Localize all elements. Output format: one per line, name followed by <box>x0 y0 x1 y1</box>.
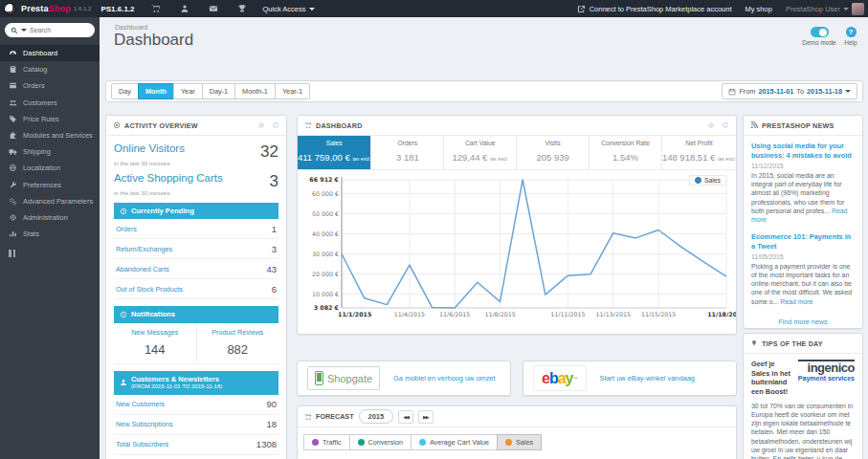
series-dot-icon <box>358 439 365 446</box>
sidebar-collapse-icon[interactable] <box>9 250 100 257</box>
sidebar-item-preferences[interactable]: Preferences <box>0 177 100 193</box>
abandoned-carts-link[interactable]: Abandoned Carts <box>116 265 169 273</box>
refresh-icon[interactable] <box>272 121 279 129</box>
active-carts-link[interactable]: Active Shopping Carts <box>114 172 223 184</box>
new-messages-link[interactable]: New Messages <box>131 328 178 337</box>
my-shop-link[interactable]: My shop <box>746 5 772 13</box>
date-preset-year-1[interactable]: Year-1 <box>275 83 310 99</box>
sidebar-item-label: Dashboard <box>23 49 57 57</box>
pending-returns-link[interactable]: Return/Exchanges <box>116 245 172 253</box>
series-toggle-sales[interactable]: Sales <box>497 434 542 450</box>
prestashop-logo-icon[interactable] <box>4 3 16 15</box>
customers-topbar-icon[interactable] <box>177 3 192 14</box>
kpi-orders[interactable]: Orders3 181 <box>371 136 444 169</box>
sidebar-item-orders[interactable]: Orders <box>0 77 100 94</box>
svg-text:20 000 €: 20 000 € <box>312 271 339 277</box>
date-range-picker[interactable]: From 2015-11-01 To 2015-11-18 <box>722 83 857 99</box>
sidebar-item-stats[interactable]: Stats <box>0 226 100 242</box>
news-article-title-link[interactable]: Ecommerce 101: Payments in a Tweet <box>751 232 855 251</box>
trophy-icon[interactable] <box>234 3 250 14</box>
date-preset-day[interactable]: Day <box>111 83 139 99</box>
bar-chart-icon <box>9 230 17 238</box>
user-menu[interactable]: PrestaShop User <box>786 3 864 15</box>
range-from-label: From <box>739 87 755 96</box>
date-preset-day-1[interactable]: Day-1 <box>202 83 235 99</box>
series-toggle-traffic[interactable]: Traffic <box>303 434 350 450</box>
ebay-link[interactable]: Start uw eBay-winkel vandaag <box>600 374 695 382</box>
sidebar-item-shipping[interactable]: Shipping <box>0 143 100 160</box>
sidebar-item-label: Orders <box>23 81 45 90</box>
svg-text:11/4/2015: 11/4/2015 <box>394 311 425 317</box>
ebay-letter: b <box>549 370 558 387</box>
kpi-sales[interactable]: Sales411 759,00 € tax excl. <box>298 136 371 169</box>
shopgate-logo[interactable]: Shopgate <box>307 366 380 390</box>
forecast-panel: FORECAST 2015 ◀◀ ▶▶ Traffic Conversion A… <box>297 405 737 459</box>
kpi-visits[interactable]: Visits205 939 <box>517 136 590 169</box>
news-article-title-link[interactable]: Using social media for your business: 4 … <box>751 142 855 160</box>
kpi-conversion-rate[interactable]: Conversion Rate1.54% <box>590 136 662 169</box>
price-tag-icon <box>9 115 17 123</box>
find-more-news-link[interactable]: Find more news <box>751 317 855 326</box>
kpi-net-profit[interactable]: Net Profit148 918,51 € tax excl. <box>662 136 736 169</box>
series-toggle-average-cart-value[interactable]: Average Cart Value <box>411 434 498 450</box>
cogs-icon <box>9 197 17 206</box>
news-panel-title: PRESTASHOP NEWS <box>762 121 834 130</box>
sidebar-item-administration[interactable]: Administration <box>0 209 100 226</box>
shopgate-link[interactable]: Ga mobiel en verhoog uw omzet <box>393 374 495 382</box>
online-visitors-link[interactable]: Online Visitors <box>114 142 185 154</box>
search-icon <box>11 27 18 34</box>
legend-label: Sales <box>704 177 721 184</box>
sidebar-item-label: Catalog <box>23 65 47 74</box>
sidebar-item-price-rules[interactable]: Price Rules <box>0 111 100 127</box>
notifications-title: Notifications <box>131 310 175 318</box>
ebay-logo[interactable]: ebay™ <box>533 365 587 391</box>
messages-icon[interactable] <box>206 3 221 14</box>
sidebar-item-catalog[interactable]: Catalog <box>0 61 100 77</box>
previous-year-button[interactable]: ◀◀ <box>398 410 413 424</box>
forecast-year-input[interactable]: 2015 <box>359 409 394 424</box>
total-subscribers-link[interactable]: Total Subscribers <box>116 440 168 448</box>
marketplace-link[interactable]: Connect to PrestaShop Marketplace accoun… <box>577 5 732 13</box>
date-preset-month-1[interactable]: Month-1 <box>234 83 276 99</box>
sidebar-item-localization[interactable]: Localization <box>0 160 100 176</box>
brand-name[interactable]: PrestaShop <box>21 4 71 13</box>
date-preset-year[interactable]: Year <box>173 83 203 99</box>
caret-down-icon <box>309 8 315 11</box>
sidebar-item-label: Price Rules <box>23 115 59 123</box>
sidebar-item-dashboard[interactable]: Dashboard <box>0 45 100 61</box>
sidebar-item-customers[interactable]: Customers <box>0 95 100 111</box>
date-preset-month[interactable]: Month <box>138 83 174 99</box>
new-customers-link[interactable]: New Customers <box>116 400 165 408</box>
demo-mode-toggle[interactable]: Demo mode <box>802 27 836 46</box>
customers-row: New Subscriptions18 <box>114 415 278 435</box>
shop-version: PS1.6.1.2 <box>100 5 134 13</box>
next-year-button[interactable]: ▶▶ <box>418 410 434 424</box>
help-button[interactable]: ? Help <box>840 27 861 46</box>
kpi-cart-value[interactable]: Cart Value129,44 € tax excl. <box>444 136 517 169</box>
toggle-on-icon[interactable] <box>811 27 829 37</box>
new-subscriptions-link[interactable]: New Subscriptions <box>116 420 173 428</box>
activity-panel-header: ACTIVITY OVERVIEW <box>106 116 286 136</box>
sidebar-item-advanced-parameters[interactable]: Advanced Parameters <box>0 193 100 209</box>
kpi-value: 411 759,00 € <box>298 152 350 163</box>
settings-gear-icon[interactable] <box>707 121 715 129</box>
cart-icon[interactable] <box>148 3 164 14</box>
search-type-caret-icon[interactable] <box>21 29 27 32</box>
read-more-link[interactable]: Read more <box>780 298 812 305</box>
news-panel-header: PRESTASHOP NEWS <box>744 116 862 136</box>
notification-cell: New Messages144 <box>114 323 196 363</box>
kpi-suffix: tax excl. <box>490 156 508 162</box>
sidebar-item-modules[interactable]: Modules and Services <box>0 127 100 143</box>
sidebar-item-label: Shipping <box>23 147 51 156</box>
forecast-series-toggles: Traffic Conversion Average Cart Value Sa… <box>298 427 736 457</box>
out-of-stock-link[interactable]: Out of Stock Products <box>116 285 183 294</box>
sidebar-search[interactable] <box>5 23 95 37</box>
settings-gear-icon[interactable] <box>257 121 265 129</box>
product-reviews-link[interactable]: Product Reviews <box>211 328 263 337</box>
search-input[interactable] <box>30 27 87 33</box>
quick-access-menu[interactable]: Quick Access <box>263 5 315 13</box>
refresh-icon[interactable] <box>722 121 729 129</box>
pending-orders-link[interactable]: Orders <box>116 225 137 233</box>
series-toggle-conversion[interactable]: Conversion <box>349 434 412 450</box>
kpi-label: Orders <box>371 140 443 146</box>
